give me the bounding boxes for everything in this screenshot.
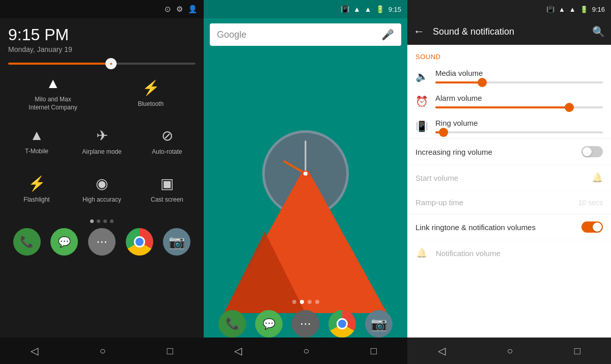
increasing-ring-row[interactable]: Increasing ring volume: [407, 138, 611, 164]
home-dot-2: [300, 300, 304, 304]
notification-vol-icon: 🔔: [415, 247, 428, 259]
nav-bar-2: ◁ ○ □: [204, 338, 407, 364]
ring-volume-thumb: [439, 128, 448, 137]
dot-2: [97, 219, 100, 223]
toggle-row-1: ▲ Milo and Max Internet Company ⚡ Blueto…: [4, 71, 200, 117]
gear-icon[interactable]: ⚙: [176, 5, 183, 14]
start-volume-row: Start volume 🔔: [407, 164, 611, 190]
home-dot-1: [292, 300, 296, 304]
ring-volume-item[interactable]: 📳 Ring volume: [407, 114, 611, 138]
battery-icon-3: 🔋: [580, 6, 588, 13]
toggle-rotate[interactable]: ⊘ Auto-rotate: [139, 119, 195, 164]
bluetooth-label: Bluetooth: [138, 100, 164, 108]
ramp-up-row: Ramp-up time 10 secs: [407, 190, 611, 214]
home-button-1[interactable]: ○: [99, 345, 105, 357]
back-button-1[interactable]: ◁: [31, 345, 38, 357]
avatar-icon[interactable]: 👤: [188, 5, 198, 14]
home-button-3[interactable]: ○: [507, 345, 513, 357]
cast-label: Cast screen: [151, 196, 183, 204]
status-bar-2: 📳 ▲ ▲ 🔋 9:15: [204, 0, 407, 18]
status-time-2: 9:15: [388, 6, 401, 13]
recents-button-3[interactable]: □: [574, 345, 580, 357]
settings-search-button[interactable]: 🔍: [592, 25, 605, 38]
page-dots: [0, 214, 204, 228]
recents-button-2[interactable]: □: [371, 345, 377, 357]
sound-settings-panel: 📳 ▲ ▲ 🔋 9:16 ← Sound & notification 🔍 So…: [407, 0, 611, 364]
battery-icon-2: 🔋: [376, 5, 384, 13]
shade-time: 9:15 PM: [8, 25, 196, 44]
clock-center-dot: [303, 172, 308, 176]
mic-icon[interactable]: 🎤: [381, 29, 394, 41]
home-button-2[interactable]: ○: [303, 345, 309, 357]
flashlight-label: Flashlight: [23, 196, 49, 204]
brightness-fill: [8, 63, 111, 65]
ring-volume-slider[interactable]: [435, 131, 603, 133]
signal-icon-2: ▲: [365, 5, 372, 13]
toggle-wifi[interactable]: ▲ Milo and Max Internet Company: [25, 71, 81, 117]
settings-back-button[interactable]: ←: [413, 25, 425, 38]
status-icons-1: ⊙ ⚙ 👤: [164, 5, 198, 14]
toggle-row-3: ⚡ Flashlight ◉ High accuracy ▣ Cast scre…: [4, 166, 200, 212]
search-bar[interactable]: Google 🎤: [210, 23, 401, 46]
toggle-location[interactable]: ◉ High accuracy: [74, 166, 130, 212]
rotate-label: Auto-rotate: [152, 148, 182, 156]
toggle-flashlight[interactable]: ⚡ Flashlight: [9, 166, 65, 212]
start-volume-content: Start volume: [415, 174, 585, 182]
ramp-up-content: Ramp-up time: [415, 198, 571, 207]
settings-icon[interactable]: ⊙: [164, 5, 171, 14]
alarm-volume-slider[interactable]: [435, 106, 603, 108]
airplane-icon: ✈: [96, 127, 108, 144]
search-placeholder: Google: [217, 30, 376, 40]
toggle-airplane[interactable]: ✈ Airplane mode: [74, 119, 130, 164]
nav-bar-3: ◁ ○ □: [407, 338, 611, 364]
dock-camera-app[interactable]: 📷: [163, 228, 190, 256]
home-dock-chrome[interactable]: [328, 310, 356, 338]
dock-hangouts-app[interactable]: 💬: [50, 228, 78, 256]
alarm-volume-item[interactable]: ⏰ Alarm volume: [407, 89, 611, 114]
quick-toggles: ▲ Milo and Max Internet Company ⚡ Blueto…: [0, 71, 204, 214]
dock-phone-app[interactable]: 📞: [13, 228, 41, 256]
ring-volume-icon: 📳: [415, 120, 428, 132]
tmobile-label: T-Mobile: [25, 148, 48, 156]
notification-volume-label: Notification volume: [436, 249, 603, 258]
brightness-slider[interactable]: [8, 63, 196, 65]
back-button-3[interactable]: ◁: [438, 345, 446, 357]
home-dock-launcher[interactable]: ⋯: [292, 310, 319, 338]
dock-apps-launcher[interactable]: ⋯: [88, 228, 116, 256]
media-volume-item[interactable]: 🔈 Media volume: [407, 64, 611, 89]
home-dock: 📞 💬 ⋯ 📷: [204, 308, 407, 338]
airplane-label: Airplane mode: [82, 148, 121, 156]
location-icon: ◉: [96, 175, 108, 192]
link-ringtone-knob: [593, 222, 602, 232]
triangle-decoration: [204, 171, 407, 313]
start-volume-label: Start volume: [415, 174, 585, 182]
home-page-dots: [204, 296, 407, 308]
shade-date: Monday, January 19: [8, 45, 196, 53]
settings-title: Sound & notification: [433, 26, 584, 37]
bluetooth-icon: ⚡: [142, 79, 160, 96]
flashlight-icon: ⚡: [28, 175, 46, 192]
toggle-tmobile[interactable]: ▲ T-Mobile: [9, 119, 65, 164]
media-volume-slider[interactable]: [435, 81, 603, 83]
dot-1: [90, 219, 94, 223]
dock-chrome-app[interactable]: [126, 228, 153, 256]
link-ringtone-toggle[interactable]: [581, 221, 603, 233]
toggle-bluetooth[interactable]: ⚡ Bluetooth: [123, 71, 179, 117]
recents-button-1[interactable]: □: [167, 345, 173, 357]
home-dock-hangouts[interactable]: 💬: [255, 310, 283, 338]
ramp-up-label: Ramp-up time: [415, 198, 571, 207]
back-button-2[interactable]: ◁: [234, 345, 242, 357]
wifi-label: Milo and Max Internet Company: [25, 96, 81, 111]
nav-bar-1: ◁ ○ □: [0, 338, 204, 364]
settings-scroll-area: Sound 🔈 Media volume ⏰ Alarm volume: [407, 45, 611, 338]
brightness-row[interactable]: [0, 57, 204, 71]
home-dock-phone[interactable]: 📞: [218, 310, 246, 338]
link-ringtone-row[interactable]: Link ringtone & notification volumes: [407, 214, 611, 240]
settings-toolbar: ← Sound & notification 🔍: [407, 18, 611, 45]
increasing-ring-toggle[interactable]: [581, 146, 603, 157]
signal-icon-3: ▲: [569, 6, 576, 13]
vibrate-icon-3: 📳: [546, 6, 554, 13]
media-volume-icon: 🔈: [415, 70, 428, 82]
toggle-cast[interactable]: ▣ Cast screen: [139, 166, 195, 212]
home-dock-camera[interactable]: 📷: [365, 310, 393, 338]
